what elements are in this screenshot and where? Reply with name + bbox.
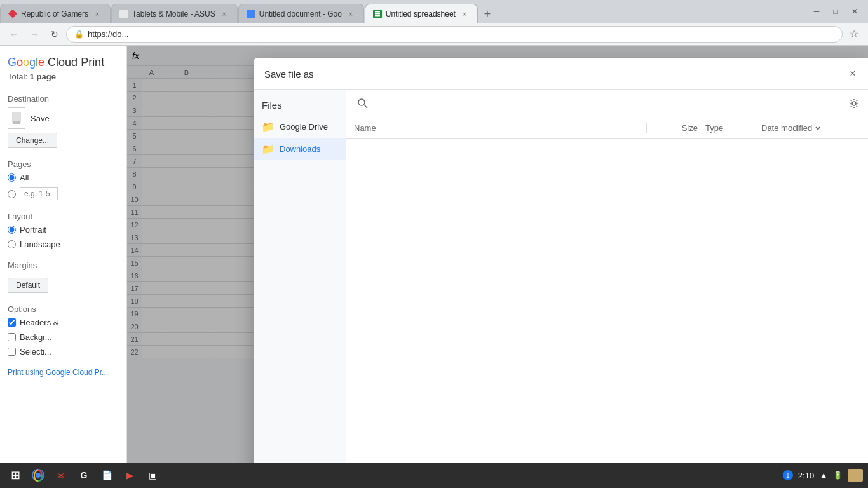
selection-option[interactable]: Selecti... — [8, 347, 119, 356]
sheets-favicon-icon — [373, 10, 382, 18]
tab-tablets-close-icon[interactable]: × — [219, 9, 229, 19]
taskbar-badge: 1 — [783, 470, 793, 480]
tab-sheets-title: Untitled spreadsheet — [386, 10, 456, 18]
taskbar-time: 2:10 — [798, 471, 814, 480]
destination-section: Destination Save Change... — [8, 94, 119, 148]
window-controls: ─ □ ✕ — [808, 0, 868, 23]
file-content-area — [346, 139, 868, 471]
col-date-header[interactable]: Date modified — [761, 121, 863, 135]
address-text: https://do... — [88, 29, 128, 39]
destination-save: Save — [8, 107, 119, 129]
sidebar-item-downloads-label: Downloads — [280, 144, 320, 154]
file-settings-button[interactable] — [845, 95, 863, 112]
file-list-header: Name Size Type Date modified — [346, 118, 868, 139]
svg-point-5 — [358, 99, 365, 105]
forward-button[interactable]: → — [25, 25, 43, 43]
taskbar-right: 1 2:10 ▲ 🔋 — [783, 469, 863, 482]
options-checkbox-group: Headers & Backgr... Selecti... — [8, 318, 119, 356]
tab-docs-close-icon[interactable]: × — [346, 9, 356, 19]
spreadsheet-area: fx A B 123456789101112131415161718192021… — [127, 46, 868, 488]
svg-rect-0 — [375, 11, 380, 13]
save-destination-text: Save — [31, 114, 50, 123]
svg-line-6 — [364, 105, 367, 108]
tab-tablets-title: Tablets & Mobile - ASUS — [132, 10, 215, 18]
layout-landscape-option[interactable]: Landscape — [8, 240, 119, 249]
pages-label: Pages — [8, 159, 119, 169]
cloud-print-link[interactable]: Print using Google Cloud Pr... — [8, 368, 119, 377]
bookmark-button[interactable]: ☆ — [845, 25, 863, 43]
taskbar-windows-button[interactable]: ⊞ — [5, 465, 25, 485]
svg-rect-4 — [13, 121, 20, 124]
tab-sheets-close-icon[interactable]: × — [459, 9, 470, 19]
pages-section: Pages All — [8, 159, 119, 200]
minimize-button[interactable]: ─ — [808, 4, 825, 18]
margins-section: Margins Default — [8, 261, 119, 293]
headers-option[interactable]: Headers & — [8, 318, 119, 327]
sidebar-item-google-drive[interactable]: 📁 Google Drive — [254, 116, 346, 138]
print-panel: Google Cloud Print Total: 1 page Destina… — [0, 46, 127, 488]
tab-tablets[interactable]: Tablets & Mobile - ASUS × — [111, 4, 238, 23]
lock-icon: 🔒 — [74, 30, 84, 39]
svg-point-9 — [36, 473, 41, 478]
file-search-button[interactable] — [354, 95, 372, 112]
dialog-close-button[interactable]: × — [845, 66, 860, 81]
tab-rog[interactable]: Republic of Gamers × — [0, 4, 111, 23]
back-button[interactable]: ← — [5, 25, 23, 43]
google-drive-icon: 📁 — [262, 121, 275, 133]
tab-docs[interactable]: Untitled document - Goo × — [238, 4, 364, 23]
tab-rog-close-icon[interactable]: × — [92, 9, 102, 19]
layout-radio-group: Portrait Landscape — [8, 225, 119, 249]
col-type-header: Type — [698, 121, 761, 135]
background-option[interactable]: Backgr... — [8, 332, 119, 342]
taskbar-wifi-icon: ▲ — [819, 470, 828, 480]
change-destination-button[interactable]: Change... — [8, 133, 57, 148]
margins-default-button[interactable]: Default — [8, 278, 48, 293]
col-size-header: Size — [647, 121, 698, 135]
main-area: Google Cloud Print Total: 1 page Destina… — [0, 46, 868, 488]
taskbar-user-icon — [848, 469, 863, 482]
tab-bar: Republic of Gamers × Tablets & Mobile - … — [0, 0, 868, 23]
dialog-overlay: Save file as × Files 📁 Google Drive — [127, 46, 868, 488]
tab-sheets[interactable]: Untitled spreadsheet × — [365, 4, 478, 23]
taskbar-docs-button[interactable]: 📄 — [97, 465, 117, 485]
reload-button[interactable]: ↻ — [46, 25, 64, 43]
sidebar-item-downloads[interactable]: 📁 Downloads — [254, 138, 346, 160]
taskbar-battery-icon: 🔋 — [833, 471, 843, 480]
rog-favicon-icon — [8, 10, 17, 18]
taskbar-chrome-button[interactable] — [28, 465, 48, 485]
destination-label: Destination — [8, 94, 119, 104]
svg-rect-3 — [13, 112, 20, 122]
taskbar: ⊞ ✉ G 📄 ▶ ▣ 1 2:10 ▲ 🔋 — [0, 463, 868, 488]
sidebar-item-google-drive-label: Google Drive — [280, 122, 328, 132]
options-section: Options Headers & Backgr... Selecti... — [8, 304, 119, 356]
docs-favicon-icon — [247, 10, 255, 18]
downloads-icon: 📁 — [262, 143, 275, 155]
pages-all-option[interactable]: All — [8, 173, 119, 182]
close-window-button[interactable]: ✕ — [846, 4, 863, 18]
pages-range-input[interactable] — [20, 187, 58, 200]
save-file-dialog: Save file as × Files 📁 Google Drive — [254, 58, 868, 488]
taskbar-unknown-button[interactable]: ▣ — [142, 465, 163, 485]
pages-custom-option[interactable] — [8, 187, 119, 200]
tab-docs-title: Untitled document - Goo — [259, 10, 342, 18]
taskbar-gmail-button[interactable]: ✉ — [51, 465, 71, 485]
margins-label: Margins — [8, 261, 119, 270]
options-label: Options — [8, 304, 119, 314]
layout-label: Layout — [8, 212, 119, 221]
print-total: Total: 1 page — [8, 72, 119, 81]
file-toolbar — [346, 90, 868, 118]
col-name-header: Name — [354, 121, 646, 135]
files-heading: Files — [254, 95, 346, 116]
address-input[interactable]: 🔒 https://do... — [66, 26, 843, 43]
new-tab-button[interactable]: + — [478, 5, 496, 23]
layout-portrait-option[interactable]: Portrait — [8, 225, 119, 234]
layout-section: Layout Portrait Landscape — [8, 212, 119, 249]
file-sidebar: Files 📁 Google Drive 📁 Downloads — [254, 90, 346, 471]
svg-point-7 — [852, 102, 856, 105]
file-area: Name Size Type Date modified — [346, 90, 868, 471]
dialog-body: Files 📁 Google Drive 📁 Downloads — [254, 90, 868, 471]
maximize-button[interactable]: □ — [827, 4, 844, 18]
print-panel-title: Google Cloud Print — [8, 56, 119, 69]
taskbar-youtube-button[interactable]: ▶ — [119, 465, 140, 485]
taskbar-google-button[interactable]: G — [74, 465, 94, 485]
